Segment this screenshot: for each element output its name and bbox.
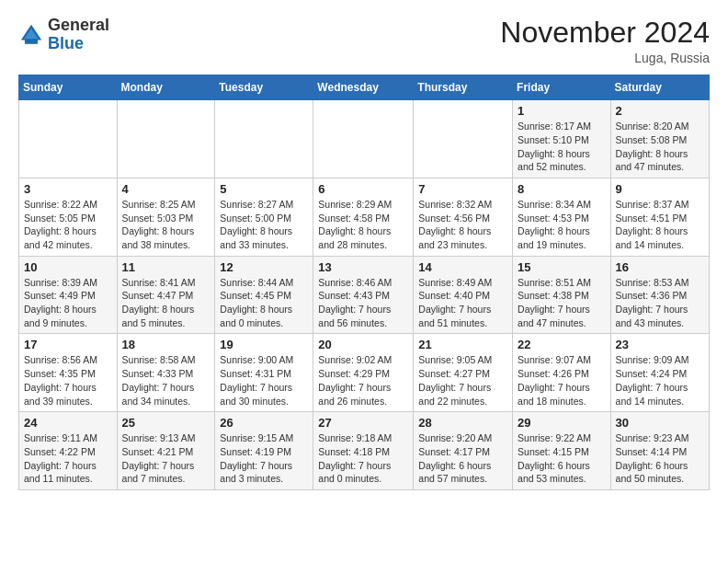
day-number: 28 xyxy=(418,416,507,430)
day-info: Sunrise: 9:09 AMSunset: 4:24 PMDaylight:… xyxy=(616,353,704,408)
table-row: 8Sunrise: 8:34 AMSunset: 4:53 PMDaylight… xyxy=(513,178,611,256)
col-sunday: Sunday xyxy=(19,75,118,100)
location: Luga, Russia xyxy=(500,51,710,65)
calendar-table: Sunday Monday Tuesday Wednesday Thursday… xyxy=(18,75,710,490)
table-row: 21Sunrise: 9:05 AMSunset: 4:27 PMDayligh… xyxy=(414,334,513,412)
col-friday: Friday xyxy=(513,75,611,100)
table-row xyxy=(117,100,215,178)
table-row: 2Sunrise: 8:20 AMSunset: 5:08 PMDaylight… xyxy=(610,100,709,178)
table-row: 22Sunrise: 9:07 AMSunset: 4:26 PMDayligh… xyxy=(513,334,611,412)
logo-general-text: General xyxy=(48,16,109,34)
table-row: 17Sunrise: 8:56 AMSunset: 4:35 PMDayligh… xyxy=(19,334,118,412)
day-info: Sunrise: 8:53 AMSunset: 4:36 PMDaylight:… xyxy=(616,276,704,330)
day-info: Sunrise: 9:07 AMSunset: 4:26 PMDaylight:… xyxy=(518,353,606,408)
day-info: Sunrise: 9:23 AMSunset: 4:14 PMDaylight:… xyxy=(616,431,704,486)
day-info: Sunrise: 8:37 AMSunset: 4:51 PMDaylight:… xyxy=(616,198,704,252)
day-number: 2 xyxy=(616,104,704,118)
table-row: 11Sunrise: 8:41 AMSunset: 4:47 PMDayligh… xyxy=(117,256,215,334)
calendar-header-row: Sunday Monday Tuesday Wednesday Thursday… xyxy=(19,75,710,100)
calendar-week-row: 24Sunrise: 9:11 AMSunset: 4:22 PMDayligh… xyxy=(19,412,710,490)
table-row: 9Sunrise: 8:37 AMSunset: 4:51 PMDaylight… xyxy=(610,178,709,256)
calendar-week-row: 17Sunrise: 8:56 AMSunset: 4:35 PMDayligh… xyxy=(19,334,710,412)
title-block: November 2024 Luga, Russia xyxy=(500,17,710,65)
day-number: 20 xyxy=(318,338,408,351)
table-row: 14Sunrise: 8:49 AMSunset: 4:40 PMDayligh… xyxy=(414,256,513,334)
day-info: Sunrise: 9:13 AMSunset: 4:21 PMDaylight:… xyxy=(122,431,210,486)
day-number: 4 xyxy=(122,182,210,196)
table-row: 20Sunrise: 9:02 AMSunset: 4:29 PMDayligh… xyxy=(313,334,414,412)
table-row: 26Sunrise: 9:15 AMSunset: 4:19 PMDayligh… xyxy=(215,412,313,490)
day-number: 1 xyxy=(518,104,606,118)
day-number: 17 xyxy=(24,338,112,351)
day-info: Sunrise: 8:49 AMSunset: 4:40 PMDaylight:… xyxy=(418,276,507,330)
day-info: Sunrise: 8:27 AMSunset: 5:00 PMDaylight:… xyxy=(220,198,308,252)
day-number: 3 xyxy=(24,182,112,196)
day-number: 16 xyxy=(616,260,704,274)
table-row xyxy=(313,100,414,178)
day-info: Sunrise: 9:02 AMSunset: 4:29 PMDaylight:… xyxy=(318,353,408,408)
table-row: 16Sunrise: 8:53 AMSunset: 4:36 PMDayligh… xyxy=(610,256,709,334)
day-number: 18 xyxy=(122,338,210,351)
col-wednesday: Wednesday xyxy=(313,75,414,100)
day-number: 14 xyxy=(418,260,507,274)
day-info: Sunrise: 9:05 AMSunset: 4:27 PMDaylight:… xyxy=(418,353,507,408)
day-number: 21 xyxy=(418,338,507,351)
day-info: Sunrise: 9:20 AMSunset: 4:17 PMDaylight:… xyxy=(418,431,507,486)
day-number: 9 xyxy=(616,182,704,196)
day-info: Sunrise: 8:44 AMSunset: 4:45 PMDaylight:… xyxy=(220,276,308,330)
table-row: 30Sunrise: 9:23 AMSunset: 4:14 PMDayligh… xyxy=(610,412,709,490)
day-info: Sunrise: 8:51 AMSunset: 4:38 PMDaylight:… xyxy=(518,276,606,330)
table-row: 13Sunrise: 8:46 AMSunset: 4:43 PMDayligh… xyxy=(313,256,414,334)
table-row: 12Sunrise: 8:44 AMSunset: 4:45 PMDayligh… xyxy=(215,256,313,334)
day-info: Sunrise: 8:32 AMSunset: 4:56 PMDaylight:… xyxy=(418,198,507,252)
day-info: Sunrise: 9:15 AMSunset: 4:19 PMDaylight:… xyxy=(220,431,308,486)
day-number: 15 xyxy=(518,260,606,274)
page: General Blue November 2024 Luga, Russia … xyxy=(0,0,728,501)
logo: General Blue xyxy=(18,17,109,53)
col-tuesday: Tuesday xyxy=(215,75,313,100)
day-info: Sunrise: 8:29 AMSunset: 4:58 PMDaylight:… xyxy=(318,198,408,252)
header: General Blue November 2024 Luga, Russia xyxy=(18,17,710,65)
table-row: 5Sunrise: 8:27 AMSunset: 5:00 PMDaylight… xyxy=(215,178,313,256)
day-number: 24 xyxy=(24,416,112,430)
day-info: Sunrise: 8:17 AMSunset: 5:10 PMDaylight:… xyxy=(518,120,606,174)
table-row: 10Sunrise: 8:39 AMSunset: 4:49 PMDayligh… xyxy=(19,256,118,334)
day-number: 19 xyxy=(220,338,308,351)
day-info: Sunrise: 8:58 AMSunset: 4:33 PMDaylight:… xyxy=(122,353,210,408)
day-number: 23 xyxy=(616,338,704,351)
table-row: 19Sunrise: 9:00 AMSunset: 4:31 PMDayligh… xyxy=(215,334,313,412)
month-title: November 2024 xyxy=(500,17,710,49)
table-row: 24Sunrise: 9:11 AMSunset: 4:22 PMDayligh… xyxy=(19,412,118,490)
logo-blue-text: Blue xyxy=(48,34,84,52)
col-saturday: Saturday xyxy=(610,75,709,100)
calendar-week-row: 10Sunrise: 8:39 AMSunset: 4:49 PMDayligh… xyxy=(19,256,710,334)
col-thursday: Thursday xyxy=(414,75,513,100)
table-row: 27Sunrise: 9:18 AMSunset: 4:18 PMDayligh… xyxy=(313,412,414,490)
logo-icon xyxy=(18,22,44,48)
day-info: Sunrise: 9:00 AMSunset: 4:31 PMDaylight:… xyxy=(220,353,308,408)
table-row: 4Sunrise: 8:25 AMSunset: 5:03 PMDaylight… xyxy=(117,178,215,256)
table-row: 3Sunrise: 8:22 AMSunset: 5:05 PMDaylight… xyxy=(19,178,118,256)
day-number: 11 xyxy=(122,260,210,274)
day-info: Sunrise: 9:22 AMSunset: 4:15 PMDaylight:… xyxy=(518,431,606,486)
table-row xyxy=(414,100,513,178)
day-info: Sunrise: 8:56 AMSunset: 4:35 PMDaylight:… xyxy=(24,353,112,408)
day-info: Sunrise: 9:11 AMSunset: 4:22 PMDaylight:… xyxy=(24,431,112,486)
table-row: 28Sunrise: 9:20 AMSunset: 4:17 PMDayligh… xyxy=(414,412,513,490)
day-info: Sunrise: 8:41 AMSunset: 4:47 PMDaylight:… xyxy=(122,276,210,330)
table-row: 29Sunrise: 9:22 AMSunset: 4:15 PMDayligh… xyxy=(513,412,611,490)
day-number: 30 xyxy=(616,416,704,430)
svg-rect-2 xyxy=(25,39,38,44)
day-number: 25 xyxy=(122,416,210,430)
day-info: Sunrise: 8:20 AMSunset: 5:08 PMDaylight:… xyxy=(616,120,704,174)
table-row: 15Sunrise: 8:51 AMSunset: 4:38 PMDayligh… xyxy=(513,256,611,334)
table-row: 1Sunrise: 8:17 AMSunset: 5:10 PMDaylight… xyxy=(513,100,611,178)
day-number: 26 xyxy=(220,416,308,430)
table-row xyxy=(215,100,313,178)
day-number: 13 xyxy=(318,260,408,274)
calendar-week-row: 1Sunrise: 8:17 AMSunset: 5:10 PMDaylight… xyxy=(19,100,710,178)
day-number: 29 xyxy=(518,416,606,430)
day-info: Sunrise: 8:34 AMSunset: 4:53 PMDaylight:… xyxy=(518,198,606,252)
table-row xyxy=(19,100,118,178)
table-row: 25Sunrise: 9:13 AMSunset: 4:21 PMDayligh… xyxy=(117,412,215,490)
